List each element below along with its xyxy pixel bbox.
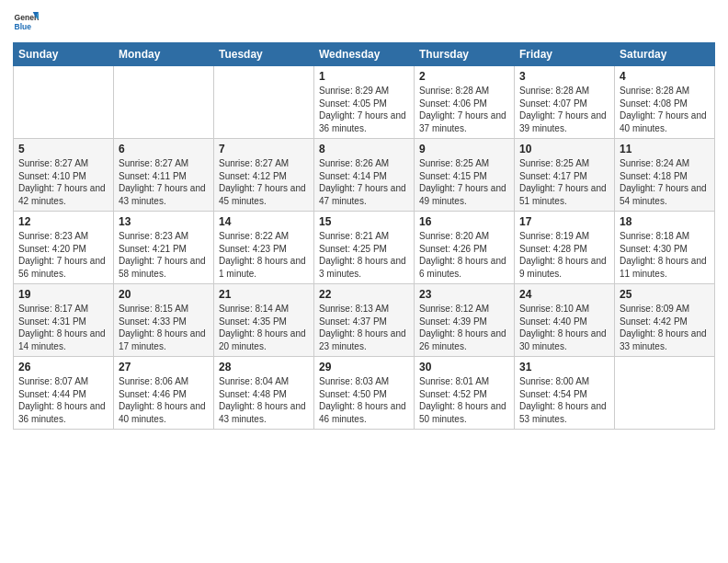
- day-info: Sunrise: 8:01 AM Sunset: 4:52 PM Dayligh…: [419, 375, 509, 425]
- day-number: 15: [319, 215, 409, 228]
- day-info: Sunrise: 8:28 AM Sunset: 4:07 PM Dayligh…: [519, 85, 609, 134]
- day-info: Sunrise: 8:18 AM Sunset: 4:30 PM Dayligh…: [620, 230, 710, 280]
- day-number: 27: [119, 361, 209, 373]
- day-number: 5: [18, 143, 108, 155]
- day-cell: 20Sunrise: 8:15 AM Sunset: 4:33 PM Dayli…: [114, 284, 214, 357]
- day-info: Sunrise: 8:17 AM Sunset: 4:31 PM Dayligh…: [18, 303, 108, 352]
- header-thursday: Thursday: [415, 43, 515, 66]
- day-info: Sunrise: 8:23 AM Sunset: 4:21 PM Dayligh…: [119, 230, 209, 280]
- day-cell: 7Sunrise: 8:27 AM Sunset: 4:12 PM Daylig…: [214, 139, 314, 212]
- day-info: Sunrise: 8:20 AM Sunset: 4:26 PM Dayligh…: [419, 230, 509, 280]
- day-cell: 17Sunrise: 8:19 AM Sunset: 4:28 PM Dayli…: [515, 212, 615, 284]
- day-info: Sunrise: 8:27 AM Sunset: 4:12 PM Dayligh…: [219, 157, 309, 207]
- day-cell: 28Sunrise: 8:04 AM Sunset: 4:48 PM Dayli…: [214, 357, 314, 430]
- day-number: 22: [319, 288, 409, 301]
- day-cell: 22Sunrise: 8:13 AM Sunset: 4:37 PM Dayli…: [314, 284, 415, 357]
- day-cell: 13Sunrise: 8:23 AM Sunset: 4:21 PM Dayli…: [114, 212, 214, 284]
- day-info: Sunrise: 8:21 AM Sunset: 4:25 PM Dayligh…: [319, 230, 409, 280]
- svg-text:Blue: Blue: [15, 22, 32, 31]
- day-info: Sunrise: 8:28 AM Sunset: 4:08 PM Dayligh…: [620, 85, 710, 134]
- day-info: Sunrise: 8:03 AM Sunset: 4:50 PM Dayligh…: [319, 375, 409, 425]
- week-row-3: 12Sunrise: 8:23 AM Sunset: 4:20 PM Dayli…: [14, 212, 715, 284]
- week-row-5: 26Sunrise: 8:07 AM Sunset: 4:44 PM Dayli…: [14, 357, 715, 430]
- day-number: 21: [219, 288, 309, 301]
- day-info: Sunrise: 8:14 AM Sunset: 4:35 PM Dayligh…: [219, 303, 309, 352]
- day-cell: 5Sunrise: 8:27 AM Sunset: 4:10 PM Daylig…: [14, 139, 114, 212]
- day-cell: 9Sunrise: 8:25 AM Sunset: 4:15 PM Daylig…: [415, 139, 515, 212]
- day-number: 18: [620, 215, 710, 228]
- day-info: Sunrise: 8:07 AM Sunset: 4:44 PM Dayligh…: [18, 375, 108, 425]
- day-cell: 10Sunrise: 8:25 AM Sunset: 4:17 PM Dayli…: [515, 139, 615, 212]
- day-cell: [14, 66, 114, 139]
- week-row-2: 5Sunrise: 8:27 AM Sunset: 4:10 PM Daylig…: [14, 139, 715, 212]
- header-friday: Friday: [515, 43, 615, 66]
- header-saturday: Saturday: [615, 43, 715, 66]
- day-cell: 1Sunrise: 8:29 AM Sunset: 4:05 PM Daylig…: [314, 66, 415, 139]
- day-cell: 12Sunrise: 8:23 AM Sunset: 4:20 PM Dayli…: [14, 212, 114, 284]
- day-number: 20: [119, 288, 209, 301]
- day-info: Sunrise: 8:13 AM Sunset: 4:37 PM Dayligh…: [319, 303, 409, 352]
- day-info: Sunrise: 8:27 AM Sunset: 4:11 PM Dayligh…: [119, 157, 209, 207]
- day-cell: [615, 357, 715, 430]
- day-cell: 29Sunrise: 8:03 AM Sunset: 4:50 PM Dayli…: [314, 357, 415, 430]
- day-number: 1: [319, 70, 409, 83]
- day-cell: 26Sunrise: 8:07 AM Sunset: 4:44 PM Dayli…: [14, 357, 114, 430]
- day-cell: 31Sunrise: 8:00 AM Sunset: 4:54 PM Dayli…: [515, 357, 615, 430]
- day-info: Sunrise: 8:04 AM Sunset: 4:48 PM Dayligh…: [219, 375, 309, 425]
- day-cell: 21Sunrise: 8:14 AM Sunset: 4:35 PM Dayli…: [214, 284, 314, 357]
- day-number: 17: [519, 215, 609, 228]
- day-info: Sunrise: 8:26 AM Sunset: 4:14 PM Dayligh…: [319, 157, 409, 207]
- day-cell: [114, 66, 214, 139]
- day-info: Sunrise: 8:27 AM Sunset: 4:10 PM Dayligh…: [18, 157, 108, 207]
- day-number: 25: [620, 288, 710, 301]
- day-number: 29: [319, 361, 409, 373]
- day-number: 13: [119, 215, 209, 228]
- day-cell: 3Sunrise: 8:28 AM Sunset: 4:07 PM Daylig…: [515, 66, 615, 139]
- day-cell: 14Sunrise: 8:22 AM Sunset: 4:23 PM Dayli…: [214, 212, 314, 284]
- day-info: Sunrise: 8:15 AM Sunset: 4:33 PM Dayligh…: [119, 303, 209, 352]
- day-info: Sunrise: 8:23 AM Sunset: 4:20 PM Dayligh…: [18, 230, 108, 280]
- day-cell: [214, 66, 314, 139]
- day-cell: 2Sunrise: 8:28 AM Sunset: 4:06 PM Daylig…: [415, 66, 515, 139]
- logo-icon: General Blue: [13, 9, 39, 35]
- day-number: 26: [18, 361, 108, 373]
- header-tuesday: Tuesday: [214, 43, 314, 66]
- page-container: General Blue SundayMondayTuesdayWednesda…: [0, 0, 728, 437]
- day-cell: 30Sunrise: 8:01 AM Sunset: 4:52 PM Dayli…: [415, 357, 515, 430]
- day-cell: 25Sunrise: 8:09 AM Sunset: 4:42 PM Dayli…: [615, 284, 715, 357]
- day-cell: 4Sunrise: 8:28 AM Sunset: 4:08 PM Daylig…: [615, 66, 715, 139]
- header: General Blue: [13, 9, 715, 35]
- day-number: 2: [419, 70, 509, 83]
- day-cell: 11Sunrise: 8:24 AM Sunset: 4:18 PM Dayli…: [615, 139, 715, 212]
- day-number: 10: [519, 143, 609, 155]
- day-number: 6: [119, 143, 209, 155]
- calendar-table: SundayMondayTuesdayWednesdayThursdayFrid…: [13, 42, 715, 430]
- day-number: 28: [219, 361, 309, 373]
- day-number: 24: [519, 288, 609, 301]
- day-number: 7: [219, 143, 309, 155]
- day-cell: 8Sunrise: 8:26 AM Sunset: 4:14 PM Daylig…: [314, 139, 415, 212]
- day-cell: 19Sunrise: 8:17 AM Sunset: 4:31 PM Dayli…: [14, 284, 114, 357]
- day-info: Sunrise: 8:24 AM Sunset: 4:18 PM Dayligh…: [620, 157, 710, 207]
- day-info: Sunrise: 8:12 AM Sunset: 4:39 PM Dayligh…: [419, 303, 509, 352]
- day-info: Sunrise: 8:28 AM Sunset: 4:06 PM Dayligh…: [419, 85, 509, 134]
- day-info: Sunrise: 8:09 AM Sunset: 4:42 PM Dayligh…: [620, 303, 710, 352]
- header-monday: Monday: [114, 43, 214, 66]
- day-info: Sunrise: 8:25 AM Sunset: 4:15 PM Dayligh…: [419, 157, 509, 207]
- day-cell: 6Sunrise: 8:27 AM Sunset: 4:11 PM Daylig…: [114, 139, 214, 212]
- day-info: Sunrise: 8:06 AM Sunset: 4:46 PM Dayligh…: [119, 375, 209, 425]
- day-number: 14: [219, 215, 309, 228]
- logo: General Blue: [13, 9, 39, 35]
- day-number: 8: [319, 143, 409, 155]
- day-number: 19: [18, 288, 108, 301]
- week-row-1: 1Sunrise: 8:29 AM Sunset: 4:05 PM Daylig…: [14, 66, 715, 139]
- day-number: 9: [419, 143, 509, 155]
- day-info: Sunrise: 8:22 AM Sunset: 4:23 PM Dayligh…: [219, 230, 309, 280]
- day-number: 30: [419, 361, 509, 373]
- day-number: 23: [419, 288, 509, 301]
- day-cell: 23Sunrise: 8:12 AM Sunset: 4:39 PM Dayli…: [415, 284, 515, 357]
- day-number: 11: [620, 143, 710, 155]
- day-number: 31: [519, 361, 609, 373]
- day-number: 3: [519, 70, 609, 83]
- day-number: 12: [18, 215, 108, 228]
